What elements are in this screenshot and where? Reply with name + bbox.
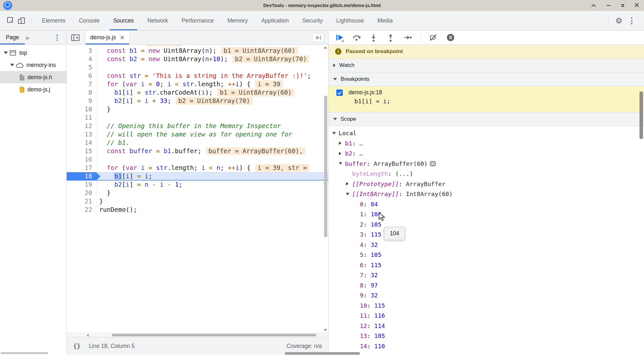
code-text[interactable] — [96, 155, 328, 164]
scope-row-0[interactable]: 0: 84 — [329, 199, 644, 210]
step-over-button[interactable] — [352, 33, 361, 42]
line-number[interactable]: 11 — [67, 114, 96, 122]
code-text[interactable]: const b2 = new Uint8Array(n+10);b2 = Uin… — [96, 55, 328, 63]
scope-row-5[interactable]: 5: 105 — [329, 250, 644, 260]
scope-row--int8array-[interactable]: [[Int8Array]]: Int8Array(60) — [329, 189, 644, 199]
code-text[interactable]: // b1. — [96, 139, 328, 147]
code-text[interactable]: } — [96, 105, 328, 114]
pause-on-exceptions-button[interactable] — [446, 33, 455, 42]
scope-row-b1[interactable]: b1: … — [329, 138, 644, 149]
scope-row-11[interactable]: 11: 116 — [329, 311, 644, 321]
expander-icon[interactable] — [3, 51, 9, 54]
code-text[interactable]: for (var i = str.length; i < n; ++i) {i … — [96, 164, 328, 172]
code-text[interactable]: for (var i = 0; i < str.length; ++i) {i … — [96, 80, 328, 89]
more-tabs-chevrons-icon[interactable]: » — [25, 34, 29, 42]
window-hscrollbar-thumb[interactable] — [285, 352, 360, 355]
step-into-button[interactable] — [369, 33, 378, 42]
line-number[interactable]: 3 — [67, 47, 96, 55]
scope-row-3[interactable]: 3: 115 — [329, 229, 644, 240]
code-text[interactable] — [96, 63, 328, 72]
scope-row-1[interactable]: 1: 104 — [329, 209, 644, 220]
expander-icon[interactable] — [339, 142, 345, 145]
line-number[interactable]: 4 — [67, 55, 96, 63]
scope-row-bytelength[interactable]: byteLength: (...) — [329, 169, 644, 179]
tab-page[interactable]: Page — [0, 31, 25, 44]
show-debugger-button[interactable] — [312, 33, 324, 42]
code-text[interactable]: // will open the same view as for openin… — [96, 130, 328, 139]
debugger-vscrollbar-thumb[interactable] — [639, 91, 643, 139]
minimize-button[interactable] — [607, 5, 611, 6]
scope-row-12[interactable]: 12: 114 — [329, 321, 644, 331]
line-number[interactable]: 9 — [67, 97, 96, 105]
scroll-up-icon[interactable] — [324, 46, 327, 49]
tab-performance[interactable]: Performance — [175, 11, 221, 30]
restore-button[interactable] — [621, 4, 624, 7]
line-number[interactable]: 16 — [67, 155, 96, 164]
tab-application[interactable]: Application — [255, 11, 296, 30]
hide-navigator-button[interactable] — [71, 33, 80, 42]
expander-icon[interactable] — [332, 132, 339, 135]
line-number[interactable]: 12 — [67, 122, 96, 130]
line-number[interactable]: 18 — [67, 172, 96, 181]
tab-memory[interactable]: Memory — [221, 11, 255, 30]
breakpoint-checkbox[interactable] — [336, 89, 343, 96]
expander-icon[interactable] — [339, 162, 345, 165]
scope-row-8[interactable]: 8: 97 — [329, 280, 644, 291]
tab-lighthouse[interactable]: Lighthouse — [330, 11, 371, 30]
code-editor[interactable]: 3 const b1 = new Uint8Array(n);b1 = Uint… — [67, 45, 328, 333]
code-text[interactable]: } — [96, 189, 328, 197]
tab-media[interactable]: Media — [370, 11, 399, 30]
code-text[interactable]: } — [96, 197, 328, 206]
code-text[interactable]: // Opening this buffer in the Memory Ins… — [96, 122, 328, 130]
tree-item-memory-ins[interactable]: memory-ins — [0, 59, 66, 71]
step-out-button[interactable] — [386, 33, 395, 42]
kebab-menu-button[interactable]: ⋮ — [625, 16, 638, 25]
line-number[interactable]: 14 — [67, 139, 96, 147]
deactivate-breakpoints-button[interactable] — [429, 33, 438, 42]
code-text[interactable]: const str = 'This is a string in the Arr… — [96, 72, 328, 80]
scope-row-b2[interactable]: b2: … — [329, 148, 644, 159]
editor-vscrollbar-thumb[interactable] — [324, 96, 327, 237]
line-number[interactable]: 10 — [67, 105, 96, 114]
tab-security[interactable]: Security — [296, 11, 330, 30]
scope-row-9[interactable]: 9: 32 — [329, 290, 644, 301]
code-text[interactable]: b2[i] = n - i - 1; — [96, 181, 328, 189]
memory-inspector-icon[interactable] — [429, 161, 436, 167]
scroll-down-icon[interactable] — [324, 329, 327, 331]
navigator-hscrollbar-thumb[interactable] — [1, 352, 48, 354]
breakpoint-entry[interactable]: demo-js.js:18 b1[i] = i; — [329, 86, 644, 112]
code-text[interactable]: runDemo(); — [96, 206, 328, 214]
device-toolbar-button[interactable] — [16, 15, 27, 26]
expander-icon[interactable] — [339, 152, 345, 155]
step-button[interactable] — [403, 33, 412, 42]
close-icon[interactable]: ✕ — [120, 34, 125, 41]
scope-row-local[interactable]: Local — [329, 128, 644, 138]
line-number[interactable]: 8 — [67, 89, 96, 97]
settings-gear-button[interactable]: ⚙ — [612, 16, 625, 25]
line-number[interactable]: 21 — [67, 197, 96, 206]
tree-item-top[interactable]: top — [0, 47, 66, 59]
keep-above-button[interactable] — [591, 3, 596, 8]
line-number[interactable]: 15 — [67, 147, 96, 155]
scope-row-buffer[interactable]: buffer: ArrayBuffer(60) — [329, 159, 644, 169]
tab-demo-js[interactable]: demo-js.js ✕ — [85, 31, 130, 44]
code-text[interactable]: b2[i] = i + 33;b2 = Uint8Array(70) — [96, 97, 328, 105]
code-text[interactable]: b1[i] = i; — [96, 172, 328, 181]
tab-elements[interactable]: Elements — [35, 11, 72, 30]
scope-row-2[interactable]: 2: 105 — [329, 220, 644, 230]
breakpoints-section-header[interactable]: Breakpoints — [329, 72, 644, 86]
line-number[interactable]: 20 — [67, 189, 96, 197]
tab-console[interactable]: Console — [72, 11, 106, 30]
tree-item-demo-js-h[interactable]: demo-js.h — [0, 71, 66, 83]
code-text[interactable]: const b1 = new Uint8Array(n);b1 = Uint8A… — [96, 47, 328, 55]
pretty-print-button[interactable]: {} — [73, 342, 81, 350]
tab-sources[interactable]: Sources — [106, 11, 140, 30]
line-number[interactable]: 19 — [67, 181, 96, 189]
tree-item-demo-js-j[interactable]: demo-js.j — [0, 83, 66, 96]
editor-hscrollbar-thumb[interactable] — [112, 334, 316, 336]
code-text[interactable]: b1[i] = str.charCodeAt(i);b1 = Uint8Arra… — [96, 89, 328, 97]
line-number[interactable]: 13 — [67, 130, 96, 139]
editor-vscrollbar[interactable] — [323, 45, 328, 333]
scope-row-13[interactable]: 13: 105 — [329, 331, 644, 341]
tab-network[interactable]: Network — [140, 11, 175, 30]
